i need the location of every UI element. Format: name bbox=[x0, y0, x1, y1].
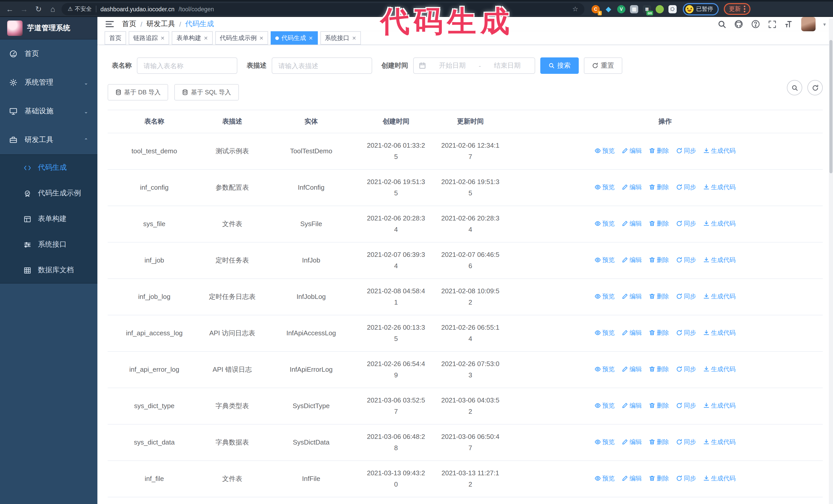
import-db-button[interactable]: 基于 DB 导入 bbox=[108, 84, 168, 100]
sync-link[interactable]: 同步 bbox=[676, 401, 696, 411]
edit-link[interactable]: 编辑 bbox=[622, 182, 642, 192]
preview-link[interactable]: 预览 bbox=[595, 401, 615, 411]
sync-link[interactable]: 同步 bbox=[676, 255, 696, 265]
preview-link[interactable]: 预览 bbox=[595, 328, 615, 338]
avatar-caret-down-icon[interactable]: ▾ bbox=[823, 21, 826, 27]
preview-link[interactable]: 预览 bbox=[595, 291, 615, 302]
generate-code-link[interactable]: 生成代码 bbox=[703, 401, 736, 411]
browser-menu-icon[interactable] bbox=[744, 6, 745, 12]
delete-link[interactable]: 删除 bbox=[649, 364, 669, 374]
extensions-puzzle-icon[interactable]: ⭔ bbox=[668, 5, 677, 13]
generate-code-link[interactable]: 生成代码 bbox=[703, 473, 736, 483]
sidebar-item-system[interactable]: 系统管理 ⌄ bbox=[0, 68, 97, 97]
delete-link[interactable]: 删除 bbox=[649, 182, 669, 192]
forward-icon[interactable]: → bbox=[19, 3, 30, 15]
preview-link[interactable]: 预览 bbox=[595, 473, 615, 483]
generate-code-link[interactable]: 生成代码 bbox=[703, 328, 736, 338]
sidebar-item-form-builder[interactable]: 表单构建 bbox=[0, 206, 97, 232]
preview-link[interactable]: 预览 bbox=[595, 218, 615, 229]
header-search-icon[interactable] bbox=[718, 20, 727, 28]
generate-code-link[interactable]: 生成代码 bbox=[703, 364, 736, 374]
sidebar-item-api[interactable]: 系统接口 bbox=[0, 232, 97, 257]
delete-link[interactable]: 删除 bbox=[649, 218, 669, 229]
reset-button[interactable]: 重置 bbox=[584, 57, 622, 74]
user-avatar[interactable] bbox=[801, 17, 815, 31]
delete-link[interactable]: 删除 bbox=[649, 437, 669, 447]
profile-chip[interactable]: 已暂停 bbox=[683, 3, 719, 15]
sync-link[interactable]: 同步 bbox=[676, 473, 696, 483]
extension-icon-diamond[interactable]: ◆ bbox=[604, 5, 613, 13]
edit-link[interactable]: 编辑 bbox=[622, 401, 642, 411]
sync-link[interactable]: 同步 bbox=[676, 291, 696, 302]
close-icon[interactable]: ✕ bbox=[309, 35, 313, 41]
extension-icon-green-v[interactable]: V bbox=[617, 5, 625, 13]
page-scrollbar[interactable] bbox=[829, 19, 833, 504]
edit-link[interactable]: 编辑 bbox=[622, 364, 642, 374]
table-desc-input[interactable] bbox=[272, 57, 372, 74]
preview-link[interactable]: 预览 bbox=[595, 182, 615, 192]
extension-icon-monkey[interactable] bbox=[656, 5, 664, 13]
tab-tracing[interactable]: 链路追踪✕ bbox=[129, 31, 169, 45]
search-button[interactable]: 搜索 bbox=[540, 57, 579, 74]
delete-link[interactable]: 删除 bbox=[649, 291, 669, 302]
edit-link[interactable]: 编辑 bbox=[622, 146, 642, 156]
breadcrumb-devtools[interactable]: 研发工具 bbox=[146, 20, 175, 29]
delete-link[interactable]: 删除 bbox=[649, 473, 669, 483]
tab-codegen-demo[interactable]: 代码生成示例✕ bbox=[215, 31, 268, 45]
tab-codegen[interactable]: 代码生成✕ bbox=[271, 31, 317, 45]
sidebar-item-codegen[interactable]: 代码生成 bbox=[0, 155, 97, 181]
tab-form-builder[interactable]: 表单构建✕ bbox=[172, 31, 213, 45]
sidebar-item-infra[interactable]: 基础设施 ⌄ bbox=[0, 97, 97, 126]
refresh-table-button[interactable] bbox=[807, 80, 823, 95]
sync-link[interactable]: 同步 bbox=[676, 437, 696, 447]
tab-api[interactable]: 系统接口✕ bbox=[320, 31, 361, 45]
app-logo-bar[interactable]: 芋道管理系统 bbox=[0, 17, 97, 40]
delete-link[interactable]: 删除 bbox=[649, 328, 669, 338]
preview-link[interactable]: 预览 bbox=[595, 364, 615, 374]
generate-code-link[interactable]: 生成代码 bbox=[703, 291, 736, 302]
fullscreen-icon[interactable] bbox=[768, 20, 777, 28]
font-size-icon[interactable] bbox=[784, 20, 793, 29]
github-icon[interactable] bbox=[734, 20, 743, 29]
sidebar-item-db-doc[interactable]: 数据库文档 bbox=[0, 257, 97, 283]
sync-link[interactable]: 同步 bbox=[676, 364, 696, 374]
date-range-picker[interactable]: 开始日期 - 结束日期 bbox=[413, 57, 535, 74]
close-icon[interactable]: ✕ bbox=[259, 35, 264, 41]
generate-code-link[interactable]: 生成代码 bbox=[703, 182, 736, 192]
close-icon[interactable]: ✕ bbox=[204, 35, 208, 41]
close-icon[interactable]: ✕ bbox=[352, 35, 356, 41]
hamburger-icon[interactable] bbox=[104, 19, 115, 29]
delete-link[interactable]: 删除 bbox=[649, 146, 669, 156]
browser-update-button[interactable]: 更新 bbox=[724, 3, 751, 15]
reload-icon[interactable]: ↻ bbox=[33, 3, 44, 15]
security-warning[interactable]: ⚠ 不安全 bbox=[68, 5, 92, 13]
edit-link[interactable]: 编辑 bbox=[622, 255, 642, 265]
sync-link[interactable]: 同步 bbox=[676, 218, 696, 229]
help-icon[interactable] bbox=[751, 20, 760, 29]
preview-link[interactable]: 预览 bbox=[595, 255, 615, 265]
toggle-search-button[interactable] bbox=[787, 80, 802, 95]
sidebar-item-codegen-demo[interactable]: 代码生成示例 bbox=[0, 181, 97, 206]
generate-code-link[interactable]: 生成代码 bbox=[703, 146, 736, 156]
sync-link[interactable]: 同步 bbox=[676, 182, 696, 192]
edit-link[interactable]: 编辑 bbox=[622, 291, 642, 302]
delete-link[interactable]: 删除 bbox=[649, 401, 669, 411]
extension-icon-dark-on[interactable]: ≣on bbox=[643, 5, 651, 13]
preview-link[interactable]: 预览 bbox=[595, 437, 615, 447]
close-icon[interactable]: ✕ bbox=[161, 35, 165, 41]
generate-code-link[interactable]: 生成代码 bbox=[703, 437, 736, 447]
sidebar-item-home[interactable]: 首页 bbox=[0, 40, 97, 68]
extension-icon-columns[interactable]: ▥ bbox=[630, 5, 638, 13]
preview-link[interactable]: 预览 bbox=[595, 146, 615, 156]
generate-code-link[interactable]: 生成代码 bbox=[703, 255, 736, 265]
tab-home[interactable]: 首页 bbox=[104, 31, 126, 45]
home-icon[interactable]: ⌂ bbox=[47, 3, 58, 15]
import-sql-button[interactable]: 基于 SQL 导入 bbox=[174, 84, 239, 100]
extension-icon-orange[interactable]: C1 bbox=[592, 5, 600, 13]
breadcrumb-home[interactable]: 首页 bbox=[122, 20, 136, 29]
edit-link[interactable]: 编辑 bbox=[622, 218, 642, 229]
sidebar-item-devtools[interactable]: 研发工具 ⌃ bbox=[0, 126, 97, 154]
generate-code-link[interactable]: 生成代码 bbox=[703, 218, 736, 229]
back-icon[interactable]: ← bbox=[4, 3, 15, 15]
bookmark-star-icon[interactable]: ☆ bbox=[572, 5, 578, 13]
